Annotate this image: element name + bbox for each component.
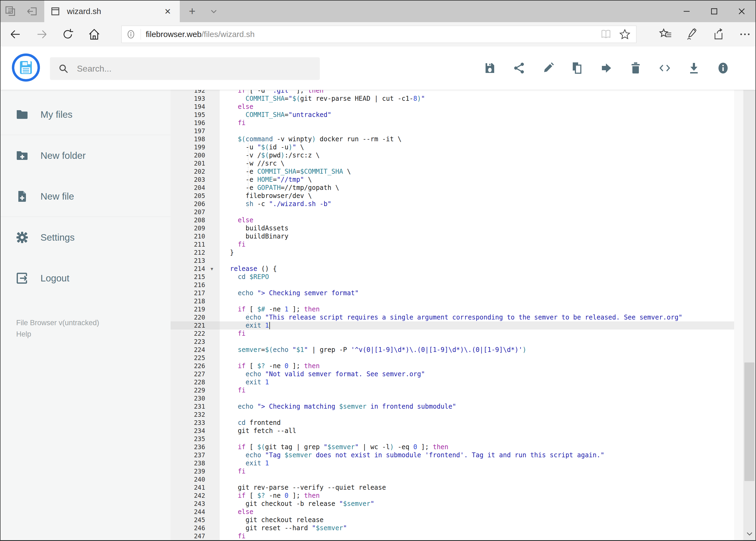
address-bar[interactable]: filebrowser.web/files/wizard.sh — [122, 26, 636, 43]
code-line[interactable]: git checkout release — [230, 516, 743, 524]
code-line[interactable]: git checkout -b release "$semver" — [230, 500, 743, 508]
code-line[interactable]: -w //src \ — [230, 159, 743, 168]
page-scrollbar[interactable] — [743, 46, 755, 540]
code-line[interactable]: exit 1 — [220, 321, 743, 329]
code-line[interactable]: release () { — [230, 265, 743, 273]
search-input[interactable] — [76, 64, 312, 74]
code-line[interactable]: sh -c "./wizard.sh -b" — [230, 200, 743, 208]
forward-button[interactable] — [32, 22, 51, 46]
back-button[interactable] — [6, 22, 25, 46]
code-line[interactable]: echo "Not valid semver format. See semve… — [230, 370, 743, 378]
code-line[interactable]: filebrowser/dev \ — [230, 192, 743, 200]
filebrowser-logo[interactable] — [12, 54, 40, 82]
code-line[interactable]: cd $REPO — [230, 273, 743, 281]
set-tabs-aside-icon[interactable] — [26, 5, 38, 18]
code-line[interactable] — [230, 297, 743, 305]
code-line[interactable]: exit 1 — [230, 459, 743, 467]
code-line[interactable]: buildAssets — [230, 224, 743, 232]
share-button[interactable] — [511, 60, 527, 76]
code-line[interactable]: echo "> Checking matching $semver in fro… — [230, 402, 743, 410]
code-line[interactable]: fi — [230, 386, 743, 394]
sidebar-item-new-folder[interactable]: New folder — [1, 135, 170, 176]
scroll-down-icon[interactable] — [743, 527, 755, 540]
code-line[interactable]: COMMIT_SHA="$(git rev-parse HEAD | cut -… — [230, 95, 743, 103]
code-line[interactable]: if [ $# -ne 1 ]; then — [230, 305, 743, 313]
code-line[interactable] — [230, 475, 743, 483]
help-link[interactable]: Help — [16, 328, 99, 340]
code-line[interactable]: echo "This release script requires a sin… — [230, 313, 743, 321]
code-line[interactable]: -e COMMIT_SHA=$COMMIT_SHA \ — [230, 168, 743, 176]
tab-close-icon[interactable]: ✕ — [162, 6, 173, 17]
sidebar-item-settings[interactable]: Settings — [1, 217, 170, 258]
code-line[interactable] — [230, 435, 743, 443]
edit-button[interactable] — [540, 60, 556, 76]
code-line[interactable]: echo "> Checking semver format" — [230, 289, 743, 297]
info-button[interactable] — [715, 60, 731, 76]
code-line[interactable]: COMMIT_SHA="untracked" — [230, 111, 743, 119]
code-line[interactable] — [230, 354, 743, 362]
code-line[interactable]: fi — [230, 119, 743, 127]
code-view-button[interactable] — [657, 60, 673, 76]
code-line[interactable]: else — [230, 103, 743, 111]
code-line[interactable]: fi — [230, 329, 743, 337]
code-line[interactable]: git fetch --all — [230, 427, 743, 435]
code-line[interactable]: semver=$(echo "$1" | grep -P '^v(0|[1-9]… — [230, 346, 743, 354]
search-box[interactable] — [50, 57, 320, 80]
more-menu-icon[interactable] — [738, 28, 752, 41]
window-maximize-button[interactable] — [700, 1, 728, 22]
new-tab-button[interactable]: + — [184, 1, 200, 22]
sidebar-item-new-file[interactable]: New file — [1, 176, 170, 217]
browser-tab[interactable]: wizard.sh ✕ — [44, 1, 180, 22]
code-line[interactable]: fi — [230, 241, 743, 249]
code-line[interactable] — [230, 410, 743, 419]
tab-preview-icon[interactable] — [4, 5, 17, 18]
url-text[interactable]: filebrowser.web/files/wizard.sh — [146, 30, 600, 39]
code-line[interactable]: else — [230, 508, 743, 516]
favorites-hub-icon[interactable] — [659, 28, 672, 41]
code-line[interactable]: cd frontend — [230, 419, 743, 427]
copy-button[interactable] — [569, 60, 586, 76]
fold-caret-icon[interactable]: ▼ — [210, 265, 213, 273]
code-line[interactable]: } — [230, 249, 743, 257]
code-line[interactable] — [230, 208, 743, 216]
code-line[interactable]: -e HOME="//tmp" \ — [230, 176, 743, 184]
code-line[interactable]: if [ $? -ne 0 ]; then — [230, 492, 743, 500]
code-line[interactable]: git reset --hard "$semver" — [230, 524, 743, 532]
code-line[interactable] — [230, 281, 743, 289]
code-line[interactable]: fi — [230, 532, 743, 540]
add-favorite-star-icon[interactable] — [619, 28, 631, 40]
code-line[interactable] — [230, 394, 743, 402]
home-button[interactable] — [85, 22, 104, 46]
code-line[interactable]: -v /$(pwd):/src:z \ — [230, 151, 743, 159]
code-line[interactable]: if [ $(git tag | grep "$semver" | wc -l)… — [230, 443, 743, 451]
window-minimize-button[interactable] — [673, 1, 700, 22]
sidebar-item-logout[interactable]: Logout — [1, 258, 170, 298]
delete-button[interactable] — [628, 60, 644, 76]
refresh-button[interactable] — [58, 22, 77, 46]
annotate-pen-icon[interactable] — [685, 28, 699, 41]
code-line[interactable] — [230, 127, 743, 135]
code-line[interactable]: -u "$(id -u)" \ — [230, 143, 743, 151]
move-button[interactable] — [599, 60, 615, 76]
code-line[interactable]: exit 1 — [230, 378, 743, 386]
code-line[interactable]: $(command -v winpty) docker run --rm -it… — [230, 135, 743, 143]
sidebar-item-my-files[interactable]: My files — [1, 94, 170, 135]
download-button[interactable] — [686, 60, 702, 76]
code-line[interactable]: if [ -d ".git" ]; then — [230, 90, 743, 95]
code-line[interactable]: -e GOPATH=//tmp/gopath \ — [230, 184, 743, 192]
code-line[interactable]: git rev-parse --verify --quiet release — [230, 483, 743, 492]
window-close-button[interactable] — [728, 1, 755, 22]
code-line[interactable]: buildBinary — [230, 232, 743, 241]
code-line[interactable]: echo "Tag $semver does not exist in subm… — [230, 451, 743, 459]
tab-dropdown-icon[interactable] — [206, 1, 222, 22]
share-page-icon[interactable] — [712, 28, 725, 41]
code-line[interactable]: fi — [230, 467, 743, 475]
reading-view-icon[interactable] — [600, 28, 612, 40]
site-info-icon[interactable] — [122, 29, 141, 40]
code-editor[interactable]: 1921931941951961971981992002012022032042… — [170, 90, 743, 540]
code-line[interactable]: else — [230, 216, 743, 224]
scrollbar-thumb[interactable] — [744, 362, 754, 481]
code-line[interactable] — [230, 337, 743, 346]
code-line[interactable] — [230, 257, 743, 265]
save-button[interactable] — [482, 60, 498, 76]
